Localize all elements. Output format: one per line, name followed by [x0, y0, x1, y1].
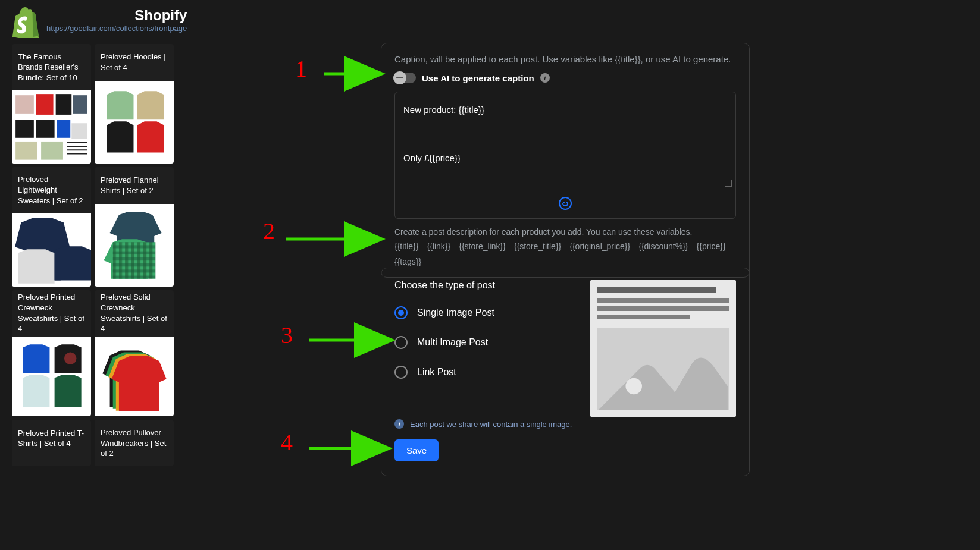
svg-point-19 — [64, 352, 76, 364]
variables-help-text: Create a post description for each produ… — [394, 227, 736, 237]
product-thumbnail — [12, 337, 91, 417]
product-title: Preloved Pullover Windbreakers | Set of … — [95, 420, 174, 466]
save-button[interactable]: Save — [394, 439, 439, 461]
product-card[interactable]: Preloved Pullover Windbreakers | Set of … — [95, 420, 174, 466]
svg-rect-5 — [15, 120, 34, 138]
post-type-hint: Each post we share will contain a single… — [410, 420, 572, 429]
post-preview-thumbnail — [590, 280, 736, 417]
annotation-number: 1 — [295, 55, 307, 83]
info-icon[interactable]: i — [540, 73, 550, 83]
svg-rect-9 — [15, 142, 37, 160]
variable-chip[interactable]: {{original_price}} — [569, 241, 630, 251]
annotation-number: 2 — [263, 217, 275, 245]
product-card[interactable]: The Famous Brands Reseller's Bundle: Set… — [12, 44, 91, 164]
product-title: Preloved Printed T-Shirts | Set of 4 — [12, 420, 91, 457]
store-platform-title: Shopify — [46, 7, 187, 24]
post-type-heading: Choose the type of post — [394, 280, 572, 291]
product-card[interactable]: Preloved Flannel Shirts | Set of 2 — [95, 167, 174, 287]
post-type-option-single[interactable]: Single Image Post — [394, 306, 572, 319]
product-grid: The Famous Brands Reseller's Bundle: Set… — [12, 44, 174, 466]
product-sidebar: Shopify https://goodfair.com/collections… — [12, 7, 184, 532]
variable-chip[interactable]: {{tags}} — [394, 257, 421, 266]
radio-icon — [394, 366, 408, 379]
product-thumbnail — [95, 81, 174, 164]
radio-label: Single Image Post — [417, 307, 494, 318]
product-title: Preloved Solid Crewneck Sweatshirts | Se… — [95, 290, 174, 337]
product-title: Preloved Lightweight Sweaters | Set of 2 — [12, 167, 91, 213]
product-title: The Famous Brands Reseller's Bundle: Set… — [12, 44, 91, 90]
annotation-number: 3 — [281, 321, 293, 349]
radio-icon — [394, 336, 408, 349]
radio-label: Multi Image Post — [417, 337, 488, 348]
svg-rect-2 — [36, 94, 54, 115]
annotation-number: 4 — [281, 428, 293, 456]
image-placeholder-icon — [597, 328, 729, 410]
svg-rect-6 — [36, 120, 55, 138]
caption-help-text: Caption, will be applied to each post. U… — [394, 54, 736, 64]
ai-caption-label: Use AI to generate caption — [422, 73, 534, 83]
variable-chip[interactable]: {{store_link}} — [459, 241, 506, 251]
svg-rect-3 — [56, 94, 72, 115]
shopify-logo-icon — [12, 7, 40, 38]
product-card[interactable]: Preloved Printed T-Shirts | Set of 4 — [12, 420, 91, 466]
store-header: Shopify https://goodfair.com/collections… — [12, 7, 184, 38]
caption-template-box — [394, 92, 736, 219]
post-type-option-link[interactable]: Link Post — [394, 366, 572, 379]
product-thumbnail — [95, 337, 174, 417]
emoji-picker-icon[interactable] — [559, 197, 572, 210]
variable-chip[interactable]: {{price}} — [697, 241, 726, 251]
product-thumbnail — [95, 204, 174, 287]
product-card[interactable]: Preloved Hoodies | Set of 4 — [95, 44, 174, 164]
product-title: Preloved Flannel Shirts | Set of 2 — [95, 167, 174, 204]
svg-rect-8 — [71, 123, 87, 139]
radio-label: Link Post — [417, 367, 456, 378]
product-card[interactable]: Preloved Printed Crewneck Sweatshirts | … — [12, 290, 91, 417]
variable-chip[interactable]: {{store_title}} — [514, 241, 561, 251]
radio-icon — [394, 306, 408, 319]
info-icon: i — [394, 419, 404, 429]
caption-panel: Caption, will be applied to each post. U… — [381, 43, 750, 278]
product-thumbnail — [12, 90, 91, 164]
product-card[interactable]: Preloved Solid Crewneck Sweatshirts | Se… — [95, 290, 174, 417]
product-thumbnail — [12, 213, 91, 287]
variable-chip[interactable]: {{discount%}} — [638, 241, 688, 251]
post-type-panel: Choose the type of post Single Image Pos… — [381, 268, 750, 476]
store-url[interactable]: https://goodfair.com/collections/frontpa… — [46, 24, 187, 33]
variable-chip[interactable]: {{title}} — [394, 241, 419, 251]
product-title: Preloved Hoodies | Set of 4 — [95, 44, 174, 81]
variables-list: {{title}} {{link}} {{store_link}} {{stor… — [394, 241, 736, 266]
svg-point-22 — [625, 378, 642, 395]
svg-rect-10 — [41, 142, 63, 160]
variable-chip[interactable]: {{link}} — [427, 241, 451, 251]
product-title: Preloved Printed Crewneck Sweatshirts | … — [12, 290, 91, 337]
svg-rect-1 — [15, 95, 34, 114]
svg-rect-4 — [73, 95, 87, 114]
product-card[interactable]: Preloved Lightweight Sweaters | Set of 2 — [12, 167, 91, 287]
svg-rect-7 — [57, 120, 71, 138]
ai-caption-toggle[interactable] — [394, 73, 416, 83]
caption-template-input[interactable] — [395, 92, 735, 187]
post-type-option-multi[interactable]: Multi Image Post — [394, 336, 572, 349]
